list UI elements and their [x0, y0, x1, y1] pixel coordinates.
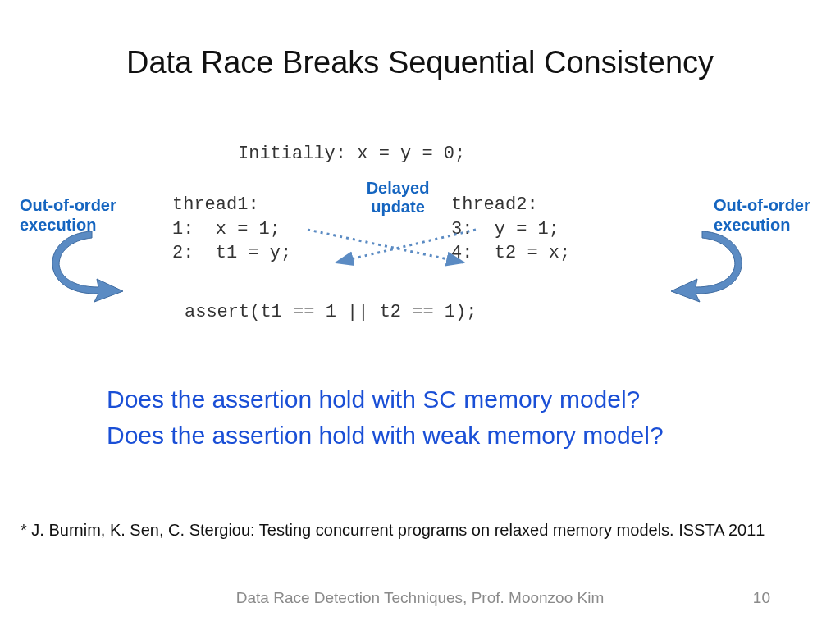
slide-title: Data Race Breaks Sequential Consistency — [0, 45, 840, 80]
thread2-line2: 4: t2 = x; — [451, 243, 570, 263]
label-delayed-update: Delayed update — [361, 179, 435, 217]
curved-arrow-right-icon — [671, 231, 742, 302]
label-out-of-order-right: Out-of-order execution — [714, 195, 820, 235]
question-sc: Does the assertion hold with SC memory m… — [107, 381, 664, 418]
thread2-line1: 3: y = 1; — [451, 219, 559, 240]
citation-text: * J. Burnim, K. Sen, C. Stergiou: Testin… — [21, 521, 819, 540]
question-weak: Does the assertion hold with weak memory… — [107, 418, 664, 454]
questions-block: Does the assertion hold with SC memory m… — [107, 381, 664, 453]
code-assert: assert(t1 == 1 || t2 == 1); — [185, 302, 477, 322]
thread1-header: thread1: — [172, 194, 259, 215]
thread1-line1: 1: x = 1; — [172, 219, 281, 240]
dotted-arrow-right-icon — [308, 230, 463, 262]
label-out-of-order-left: Out-of-order execution — [20, 195, 126, 235]
footer-title: Data Race Detection Techniques, Prof. Mo… — [0, 589, 840, 607]
footer-page-number: 10 — [753, 589, 770, 607]
curved-arrow-left-icon — [52, 231, 123, 302]
thread1-code: thread1: 1: x = 1; 2: t1 = y; — [172, 193, 291, 266]
code-initial: Initially: x = y = 0; — [238, 144, 465, 164]
thread2-code: thread2: 3: y = 1; 4: t2 = x; — [451, 193, 570, 266]
thread2-header: thread2: — [451, 194, 538, 215]
thread1-line2: 2: t1 = y; — [172, 243, 291, 263]
